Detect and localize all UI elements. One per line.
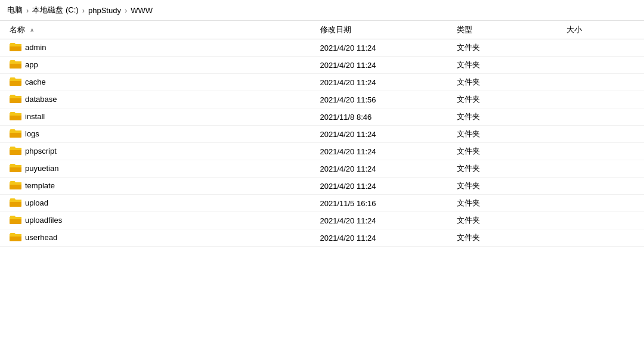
file-type: 文件夹	[452, 143, 562, 160]
svg-rect-13	[10, 148, 21, 150]
folder-icon	[10, 232, 21, 242]
folder-icon	[10, 215, 21, 225]
file-size	[562, 57, 644, 74]
table-row[interactable]: template2021/4/20 11:24文件夹	[0, 178, 644, 195]
file-date: 2021/4/20 11:24	[315, 229, 453, 247]
file-name: template	[25, 181, 55, 190]
file-size	[562, 108, 644, 126]
file-date: 2021/4/20 11:24	[315, 39, 453, 57]
table-row[interactable]: install2021/11/8 8:46文件夹	[0, 108, 644, 126]
svg-rect-23	[10, 234, 21, 237]
svg-rect-19	[10, 200, 21, 202]
breadcrumb-pc[interactable]: 电脑	[7, 5, 23, 15]
breadcrumb-bar: 电脑 › 本地磁盘 (C:) › phpStudy › WWW	[0, 0, 644, 21]
folder-icon	[10, 77, 21, 86]
column-name[interactable]: 名称 ∧	[0, 21, 315, 39]
file-size	[562, 160, 644, 178]
folder-icon	[10, 181, 21, 190]
folder-icon	[10, 94, 21, 104]
table-row[interactable]: userhead2021/4/20 11:24文件夹	[0, 229, 644, 247]
file-type: 文件夹	[452, 126, 562, 143]
folder-icon	[10, 129, 21, 138]
file-size	[562, 178, 644, 195]
file-name: uploadfiles	[25, 216, 62, 225]
file-size	[562, 74, 644, 91]
breadcrumb-phpstudy[interactable]: phpStudy	[88, 6, 121, 15]
file-name: install	[25, 112, 45, 121]
sort-arrow-name: ∧	[30, 27, 34, 33]
table-row[interactable]: database2021/4/20 11:56文件夹	[0, 91, 644, 108]
table-row[interactable]: phpscript2021/4/20 11:24文件夹	[0, 143, 644, 160]
file-size	[562, 229, 644, 247]
file-name: cache	[25, 77, 46, 86]
file-date: 2021/11/5 16:16	[315, 195, 453, 212]
file-list-container: 名称 ∧ 修改日期 类型 大小 admin2021/4/20 11:24文件夹a…	[0, 21, 644, 337]
svg-rect-21	[10, 217, 21, 219]
column-size[interactable]: 大小	[562, 21, 644, 39]
file-table: 名称 ∧ 修改日期 类型 大小 admin2021/4/20 11:24文件夹a…	[0, 21, 644, 247]
table-row[interactable]: upload2021/11/5 16:16文件夹	[0, 195, 644, 212]
folder-icon	[10, 42, 21, 52]
file-type: 文件夹	[452, 108, 562, 126]
svg-rect-15	[10, 165, 21, 167]
folder-icon	[10, 146, 21, 155]
file-name: database	[25, 95, 57, 104]
svg-rect-5	[10, 79, 21, 81]
table-row[interactable]: cache2021/4/20 11:24文件夹	[0, 74, 644, 91]
file-name: logs	[25, 129, 39, 138]
column-type[interactable]: 类型	[452, 21, 562, 39]
file-size	[562, 195, 644, 212]
breadcrumb-sep-3: ›	[125, 6, 127, 15]
column-date[interactable]: 修改日期	[315, 21, 453, 39]
file-name: phpscript	[25, 147, 57, 155]
file-date: 2021/11/8 8:46	[315, 108, 453, 126]
file-size	[562, 126, 644, 143]
file-name: admin	[25, 43, 46, 52]
table-row[interactable]: logs2021/4/20 11:24文件夹	[0, 126, 644, 143]
file-size	[562, 143, 644, 160]
file-name: app	[25, 60, 38, 69]
file-date: 2021/4/20 11:24	[315, 74, 453, 91]
table-header-row: 名称 ∧ 修改日期 类型 大小	[0, 21, 644, 39]
folder-icon	[10, 163, 21, 173]
svg-rect-7	[10, 96, 21, 98]
file-date: 2021/4/20 11:24	[315, 212, 453, 229]
table-row[interactable]: puyuetian2021/4/20 11:24文件夹	[0, 160, 644, 178]
svg-rect-9	[10, 113, 21, 116]
folder-icon	[10, 111, 21, 121]
svg-rect-1	[10, 44, 21, 46]
file-size	[562, 212, 644, 229]
file-type: 文件夹	[452, 74, 562, 91]
file-date: 2021/4/20 11:24	[315, 143, 453, 160]
svg-rect-11	[10, 130, 21, 133]
file-type: 文件夹	[452, 91, 562, 108]
breadcrumb-www[interactable]: WWW	[131, 6, 153, 15]
breadcrumb-sep-2: ›	[82, 6, 85, 15]
file-type: 文件夹	[452, 212, 562, 229]
svg-rect-17	[10, 182, 21, 185]
breadcrumb-c-drive[interactable]: 本地磁盘 (C:)	[32, 5, 78, 15]
folder-icon	[10, 198, 21, 207]
file-type: 文件夹	[452, 160, 562, 178]
file-date: 2021/4/20 11:24	[315, 126, 453, 143]
breadcrumb-sep-1: ›	[26, 6, 29, 15]
table-row[interactable]: uploadfiles2021/4/20 11:24文件夹	[0, 212, 644, 229]
file-type: 文件夹	[452, 39, 562, 57]
file-type: 文件夹	[452, 57, 562, 74]
svg-rect-3	[10, 61, 21, 64]
file-name: puyuetian	[25, 164, 58, 173]
file-size	[562, 39, 644, 57]
folder-icon	[10, 60, 21, 69]
file-size	[562, 91, 644, 108]
file-type: 文件夹	[452, 195, 562, 212]
file-type: 文件夹	[452, 229, 562, 247]
table-row[interactable]: admin2021/4/20 11:24文件夹	[0, 39, 644, 57]
file-name: upload	[25, 198, 48, 207]
file-type: 文件夹	[452, 178, 562, 195]
file-date: 2021/4/20 11:24	[315, 178, 453, 195]
table-row[interactable]: app2021/4/20 11:24文件夹	[0, 57, 644, 74]
file-name: userhead	[25, 233, 57, 242]
file-date: 2021/4/20 11:56	[315, 91, 453, 108]
file-date: 2021/4/20 11:24	[315, 160, 453, 178]
file-date: 2021/4/20 11:24	[315, 57, 453, 74]
